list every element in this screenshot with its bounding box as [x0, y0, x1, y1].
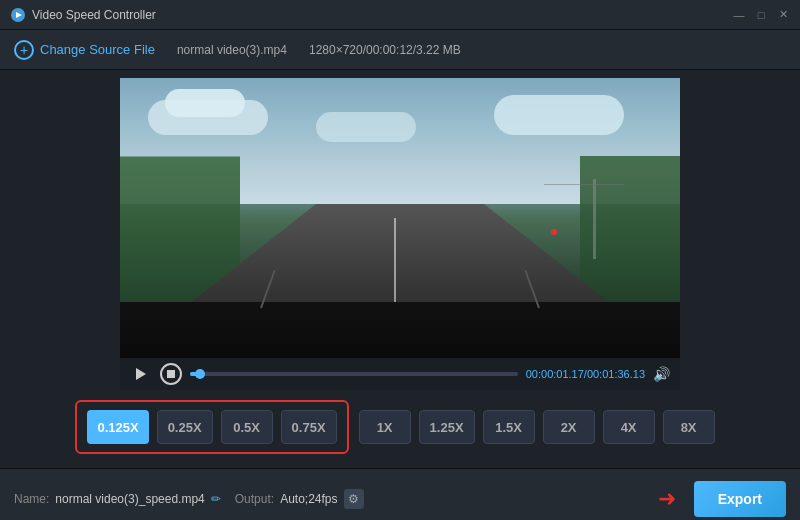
maximize-button[interactable]: □ — [754, 8, 768, 22]
volume-button[interactable]: 🔊 — [653, 366, 670, 382]
cloud2 — [165, 89, 245, 117]
output-section: Output: Auto;24fps ⚙ — [235, 489, 364, 509]
speed-section: 0.125X 0.25X 0.5X 0.75X 1X 1.25X 1.5X 2X… — [20, 390, 780, 464]
progress-track[interactable] — [190, 372, 518, 376]
name-label: Name: — [14, 492, 49, 506]
minimize-button[interactable]: — — [732, 8, 746, 22]
video-preview — [120, 78, 680, 358]
progress-thumb — [195, 369, 205, 379]
svg-rect-3 — [167, 370, 175, 378]
edit-name-icon[interactable]: ✏ — [211, 492, 221, 506]
dashboard — [120, 302, 680, 358]
speed-btn-025x[interactable]: 0.25X — [157, 410, 213, 444]
app-title: Video Speed Controller — [32, 8, 732, 22]
output-settings-button[interactable]: ⚙ — [344, 489, 364, 509]
powerline — [593, 179, 596, 259]
speed-btn-8x[interactable]: 8X — [663, 410, 715, 444]
speed-btn-125x[interactable]: 1.25X — [419, 410, 475, 444]
red-arrow-icon: ➜ — [658, 486, 676, 512]
output-filename: normal video(3)_speed.mp4 — [55, 492, 204, 506]
red-dot — [551, 229, 557, 235]
speed-btn-0125x[interactable]: 0.125X — [87, 410, 148, 444]
video-preview-container[interactable] — [120, 78, 680, 358]
output-label: Output: — [235, 492, 274, 506]
main-content: 00:00:01.17/00:01:36.13 🔊 0.125X 0.25X 0… — [0, 70, 800, 468]
road-line — [394, 218, 396, 302]
speed-btn-05x[interactable]: 0.5X — [221, 410, 273, 444]
play-pause-button[interactable] — [130, 363, 152, 385]
time-display: 00:00:01.17/00:01:36.13 — [526, 368, 645, 380]
highlighted-speed-group: 0.125X 0.25X 0.5X 0.75X — [75, 400, 348, 454]
cloud3 — [316, 112, 416, 142]
file-details: 1280×720/00:00:12/3.22 MB — [309, 43, 461, 57]
bottom-bar: Name: normal video(3)_speed.mp4 ✏ Output… — [0, 468, 800, 520]
speed-btn-15x[interactable]: 1.5X — [483, 410, 535, 444]
title-bar: Video Speed Controller — □ ✕ — [0, 0, 800, 30]
app-icon — [10, 7, 26, 23]
close-button[interactable]: ✕ — [776, 8, 790, 22]
cloud4 — [494, 95, 624, 135]
playback-bar: 00:00:01.17/00:01:36.13 🔊 — [120, 358, 680, 390]
name-section: Name: normal video(3)_speed.mp4 ✏ — [14, 492, 221, 506]
stop-button[interactable] — [160, 363, 182, 385]
file-name: normal video(3).mp4 — [177, 43, 287, 57]
export-button[interactable]: Export — [694, 481, 786, 517]
svg-marker-2 — [136, 368, 146, 380]
speed-btn-075x[interactable]: 0.75X — [281, 410, 337, 444]
output-value: Auto;24fps — [280, 492, 337, 506]
change-source-button[interactable]: + Change Source File — [14, 40, 155, 60]
add-circle-icon: + — [14, 40, 34, 60]
speed-btn-4x[interactable]: 4X — [603, 410, 655, 444]
toolbar: + Change Source File normal video(3).mp4… — [0, 30, 800, 70]
powerline-horizontal — [544, 184, 624, 185]
change-source-label: Change Source File — [40, 42, 155, 57]
speed-btn-1x[interactable]: 1X — [359, 410, 411, 444]
speed-btn-2x[interactable]: 2X — [543, 410, 595, 444]
normal-speed-group: 1X 1.25X 1.5X 2X 4X 8X — [349, 402, 725, 452]
